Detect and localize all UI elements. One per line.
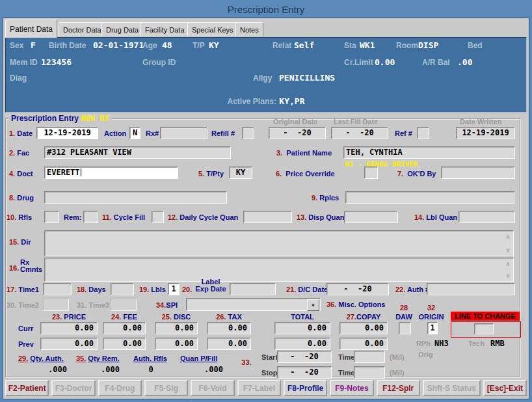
dir-textarea[interactable]: ∧ ∨ xyxy=(44,230,514,256)
origin-field[interactable]: 1 xyxy=(427,322,438,334)
f9-notes-button[interactable]: F9-Notes xyxy=(330,380,373,396)
curr-price-field[interactable]: 0.00 xyxy=(40,322,98,334)
rplcs-field[interactable] xyxy=(345,191,514,204)
tab-notes[interactable]: Notes xyxy=(235,22,263,36)
curr-disc-field[interactable]: 0.00 xyxy=(155,322,198,334)
rplcs-label: 9. Rplcs xyxy=(312,194,339,202)
rx-cmnts-textarea[interactable]: ∧ ∨ xyxy=(44,258,514,282)
rx-cmnts-label: RxCmnts xyxy=(20,259,42,273)
time1-field[interactable] xyxy=(43,283,72,295)
spi-dropdown[interactable]: ▼ xyxy=(186,298,321,311)
chevron-down-icon[interactable]: ▼ xyxy=(307,299,319,311)
last-fill-date-field[interactable]: - -20 xyxy=(331,127,388,139)
scroll-up-icon[interactable]: ∧ xyxy=(505,233,511,240)
daily-cycle-quan-field[interactable] xyxy=(243,211,292,223)
sex-value: F xyxy=(31,40,36,50)
scroll-down-icon[interactable]: ∨ xyxy=(505,247,511,254)
doct-field[interactable]: EVERETT xyxy=(44,167,178,179)
fac-field[interactable]: #312 PLEASANT VIEW xyxy=(44,146,231,159)
copay-header: 27.COPAY xyxy=(333,313,394,321)
disp-quan-field[interactable] xyxy=(344,211,398,223)
cr-limit-label: Cr.Limit xyxy=(344,58,373,67)
disp-quan-label: 13. Disp Quan xyxy=(297,213,344,221)
start-date-field[interactable]: - -20 xyxy=(277,351,332,363)
label-exp-date-number: 20. xyxy=(182,286,192,293)
patient-name-field[interactable]: TEH, CYNTHIA xyxy=(343,146,515,159)
f8-profile-button[interactable]: F8-Profile xyxy=(284,380,327,396)
tp-label: T/P xyxy=(193,41,205,50)
room-value: DISP xyxy=(418,40,438,50)
sex-label: Sex xyxy=(10,41,23,50)
tab-doctor-data[interactable]: Doctor Data xyxy=(59,22,106,36)
f2-patient-button[interactable]: F2-Patient xyxy=(5,380,49,396)
time2-label: 30. Time2 xyxy=(7,301,39,309)
spi-label: 34.SPI xyxy=(156,301,178,309)
original-date-field[interactable]: - -20 xyxy=(269,127,326,139)
rem-field[interactable] xyxy=(83,211,98,223)
price-override-field[interactable] xyxy=(364,167,378,179)
dc-date-field[interactable]: - -20 xyxy=(326,283,389,295)
start-time-field[interactable] xyxy=(354,351,385,363)
lbls-field[interactable]: 1 xyxy=(168,283,180,295)
prev-tax-field: 0.00 xyxy=(207,338,251,350)
allgy-label: Allgy xyxy=(253,74,272,83)
action-field[interactable]: N xyxy=(129,127,140,139)
f7-label-button: F7-Label xyxy=(237,380,281,396)
date-written-field[interactable]: 12-19-2019 xyxy=(456,127,515,139)
curr-copay-field[interactable]: 0.00 xyxy=(339,322,388,334)
relat-label: Relat xyxy=(273,41,291,50)
start-stop-number: 33. xyxy=(239,358,254,366)
refill-field[interactable] xyxy=(242,127,254,139)
stop-time-unit: (Mil) xyxy=(390,369,405,377)
price-override-label: 6. Price Override xyxy=(276,170,335,178)
tab-facility-data[interactable]: Facility Data xyxy=(140,22,189,36)
patient-driver-note: 03 - GENOA DRIVER xyxy=(345,160,418,168)
prev-disc-field: 0.00 xyxy=(155,338,198,350)
qty-rem-label: 35. Qty Rem. xyxy=(76,355,120,362)
curr-total-field[interactable]: 0.00 xyxy=(274,322,330,334)
tab-patient-data[interactable]: Patient Data xyxy=(5,20,57,38)
auth-rfls-label: Auth. Rfls xyxy=(133,355,167,362)
tpty-field[interactable]: KY xyxy=(229,167,252,179)
lbl-quan-field[interactable] xyxy=(459,211,515,223)
misc-options-label: 36. Misc. Options xyxy=(326,301,385,308)
prev-copay-field: 0.00 xyxy=(339,338,388,350)
date-field[interactable]: 12-19-2019 xyxy=(36,127,98,139)
allgy-value: PENICILLINS xyxy=(279,73,335,83)
dir-label: 15. Dir xyxy=(9,238,31,246)
okd-by-field[interactable] xyxy=(441,167,515,179)
label-exp-date-field[interactable] xyxy=(230,283,276,295)
rph-label: RPh xyxy=(416,340,431,347)
stop-date-field[interactable]: - -20 xyxy=(277,366,332,379)
origin-number: 32 xyxy=(418,304,444,312)
prev-fee-field: 0.00 xyxy=(103,338,146,350)
f12-splr-button[interactable]: F12-Splr xyxy=(377,380,420,396)
curr-tax-field[interactable]: 0.00 xyxy=(207,322,251,334)
scroll-up-icon[interactable]: ∧ xyxy=(505,260,511,267)
f5-sig-button: F5-Sig xyxy=(144,380,188,396)
cycle-fill-field[interactable] xyxy=(152,211,164,223)
auth-number-field[interactable] xyxy=(427,283,515,295)
label-exp-date-label: LabelExp Date xyxy=(193,278,228,293)
curr-fee-field[interactable]: 0.00 xyxy=(103,322,146,334)
esc-exit-button[interactable]: [Esc]-Exit xyxy=(483,380,527,396)
tab-special-keys[interactable]: Special Keys xyxy=(187,22,238,36)
scroll-down-icon[interactable]: ∨ xyxy=(505,272,511,279)
line-to-change-field[interactable] xyxy=(474,323,494,334)
stop-time-field[interactable] xyxy=(354,366,385,379)
daw-field[interactable] xyxy=(399,322,411,334)
ref-number-field[interactable] xyxy=(417,127,429,139)
last-fill-date-label: Last Fill Date xyxy=(334,118,378,126)
time1-label: 17. Time1 xyxy=(7,286,39,293)
okd-by-label: 7. OK'D By xyxy=(397,170,436,178)
shft-s-status-button: Shft-S Status xyxy=(423,380,481,396)
rph-value: NH3 xyxy=(434,339,449,348)
days-field[interactable] xyxy=(111,283,134,295)
tab-drug-data[interactable]: Drug Data xyxy=(101,22,143,36)
drug-field[interactable] xyxy=(44,191,227,204)
start-time-unit: (Mil) xyxy=(390,353,405,361)
rfls-field[interactable] xyxy=(44,211,59,223)
rx-number-field[interactable] xyxy=(160,127,207,139)
lbl-quan-label: 14. Lbl Quan xyxy=(414,213,457,221)
disc-header: 25. DISC xyxy=(155,313,198,321)
